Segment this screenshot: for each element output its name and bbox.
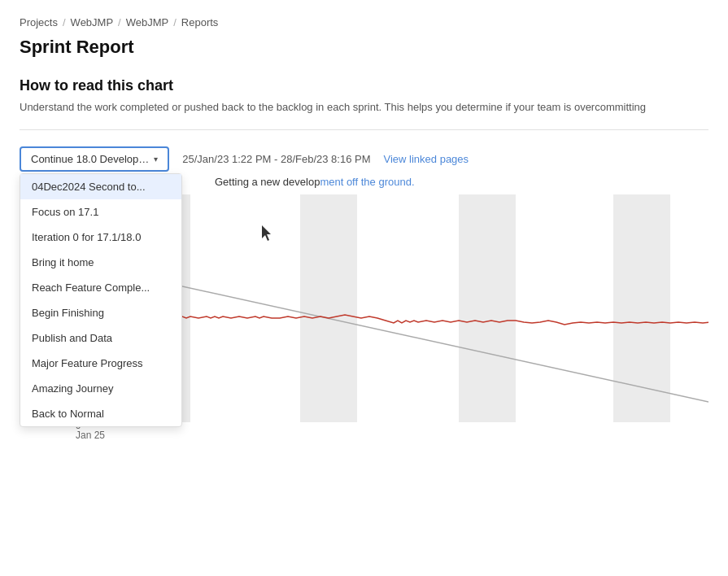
sprint-description-highlight: ment off the ground.: [320, 176, 414, 188]
breadcrumb-sep-1: /: [63, 16, 66, 28]
how-to-read-description: Understand the work completed or pushed …: [20, 101, 708, 113]
section-divider: [20, 129, 708, 130]
controls-row: Continue 18.0 Develop… ▾ 04Dec2024 Secon…: [20, 146, 708, 172]
sprint-description: Getting a new development off the ground…: [215, 176, 415, 188]
view-linked-pages-link[interactable]: View linked pages: [384, 153, 469, 165]
sprint-dropdown-wrapper: Continue 18.0 Develop… ▾ 04Dec2024 Secon…: [20, 146, 169, 172]
breadcrumb-reports[interactable]: Reports: [181, 16, 219, 28]
breadcrumb-webjmp2[interactable]: WebJMP: [126, 16, 169, 28]
sprint-dropdown-label: Continue 18.0 Develop…: [31, 153, 149, 165]
dropdown-item-2[interactable]: Iteration 0 for 17.1/18.0: [20, 225, 181, 250]
date-range-label: 25/Jan/23 1:22 PM - 28/Feb/23 8:16 PM: [182, 153, 370, 165]
sprint-dropdown-button[interactable]: Continue 18.0 Develop… ▾: [20, 146, 169, 172]
dropdown-item-6[interactable]: Publish and Data: [20, 325, 181, 351]
dropdown-item-4[interactable]: Reach Feature Comple...: [20, 275, 181, 300]
sprint-band-4: [613, 194, 670, 422]
sprint-band-3: [459, 194, 516, 422]
breadcrumb-projects[interactable]: Projects: [20, 16, 58, 28]
dropdown-item-0[interactable]: 04Dec2024 Second to...: [20, 174, 181, 199]
dropdown-item-9[interactable]: Back to Normal: [20, 401, 181, 426]
x-axis-jan25: Jan 25: [76, 430, 105, 441]
breadcrumb-webjmp1[interactable]: WebJMP: [71, 16, 114, 28]
dropdown-item-7[interactable]: Major Feature Progress: [20, 351, 181, 376]
breadcrumb-sep-2: /: [118, 16, 121, 28]
page-title: Sprint Report: [20, 37, 708, 58]
dropdown-item-3[interactable]: Bring it home: [20, 250, 181, 275]
breadcrumb-sep-3: /: [173, 16, 177, 28]
sprint-dropdown-menu: 04Dec2024 Second to... Focus on 17.1 Ite…: [20, 173, 182, 427]
breadcrumb: Projects / WebJMP / WebJMP / Reports: [20, 16, 708, 28]
chevron-down-icon: ▾: [154, 155, 158, 164]
how-to-read-title: How to read this chart: [20, 77, 708, 94]
dropdown-item-8[interactable]: Amazing Journey: [20, 376, 181, 401]
sprint-band-2: [300, 194, 357, 422]
dropdown-item-1[interactable]: Focus on 17.1: [20, 199, 181, 225]
dropdown-item-5[interactable]: Begin Finishing: [20, 300, 181, 325]
page-container: Projects / WebJMP / WebJMP / Reports Spr…: [0, 0, 728, 471]
